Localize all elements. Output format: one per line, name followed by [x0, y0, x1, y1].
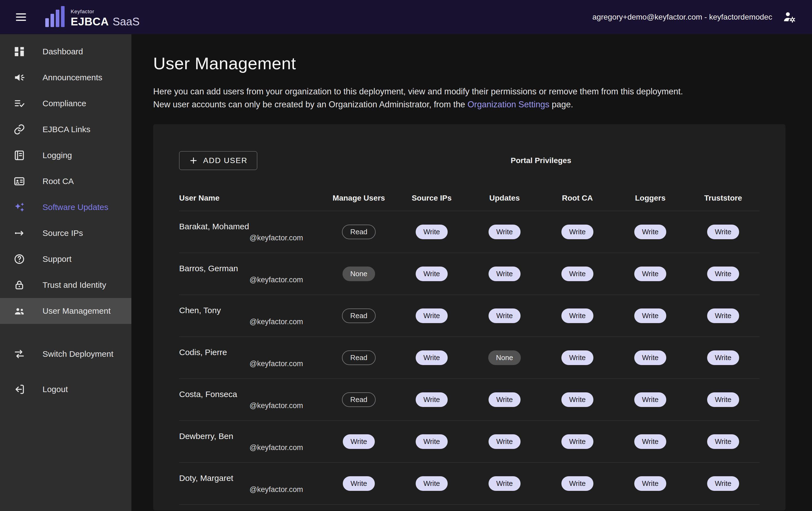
sidebar-item-trust-and-identity[interactable]: Trust and Identity: [0, 272, 132, 298]
privilege-pill[interactable]: Write: [634, 434, 666, 449]
privilege-pill[interactable]: None: [488, 351, 521, 365]
privilege-pill[interactable]: Write: [561, 308, 593, 323]
privilege-pill[interactable]: Read: [342, 308, 376, 323]
privilege-pill[interactable]: Write: [634, 224, 666, 239]
privilege-cell: Write: [468, 224, 541, 239]
user-name: Barros, German: [179, 264, 322, 273]
privilege-pill[interactable]: Write: [416, 267, 448, 281]
privilege-pill[interactable]: Write: [343, 476, 375, 491]
privilege-pill[interactable]: Write: [489, 308, 521, 323]
user-name: Dewberry, Ben: [179, 431, 322, 441]
privilege-pill[interactable]: Write: [634, 476, 666, 491]
privilege-pill[interactable]: Write: [707, 224, 739, 239]
sidebar-item-label: Dashboard: [42, 47, 83, 56]
privilege-pill[interactable]: Write: [489, 392, 521, 407]
privilege-pill[interactable]: Write: [707, 308, 739, 323]
privilege-pill[interactable]: Write: [707, 267, 739, 281]
user-name: Doty, Margaret: [179, 474, 322, 483]
privilege-pill[interactable]: Write: [561, 434, 593, 449]
sidebar-item-label: Logout: [42, 385, 68, 394]
privilege-pill[interactable]: Write: [416, 308, 448, 323]
link-icon: [13, 123, 25, 136]
privilege-pill[interactable]: Write: [634, 351, 666, 365]
add-user-button[interactable]: ADD USER: [179, 151, 257, 170]
privilege-pill[interactable]: Write: [707, 351, 739, 365]
sidebar: DashboardAnnouncementsComplianceEJBCA Li…: [0, 34, 132, 511]
privilege-pill[interactable]: Write: [707, 392, 739, 407]
privilege-pill[interactable]: Write: [343, 434, 375, 449]
sidebar-item-label: User Management: [42, 306, 111, 315]
privilege-cell: Write: [614, 224, 687, 239]
privilege-pill[interactable]: Write: [634, 267, 666, 281]
sidebar-item-compliance[interactable]: Compliance: [0, 90, 132, 116]
topbar: Keyfactor EJBCA SaaS agregory+demo@keyfa…: [0, 0, 812, 34]
sidebar-item-switch-deployment[interactable]: Switch Deployment: [0, 341, 132, 367]
sidebar-item-source-ips[interactable]: Source IPs: [0, 220, 132, 246]
source-ips-icon: [13, 227, 25, 239]
user-table: User NameManage UsersSource IPsUpdatesRo…: [179, 194, 759, 505]
privilege-cell: Write: [687, 392, 759, 407]
page-description: Here you can add users from your organiz…: [153, 85, 812, 111]
user-cell: Barros, German@keyfactor.com: [179, 264, 322, 284]
privilege-pill[interactable]: Write: [561, 267, 593, 281]
privilege-pill[interactable]: Write: [489, 267, 521, 281]
privilege-pill[interactable]: Read: [342, 351, 376, 365]
privilege-pill[interactable]: Write: [561, 392, 593, 407]
privilege-cell: Write: [322, 434, 395, 449]
privilege-cell: Write: [614, 308, 687, 323]
dashboard-icon: [13, 46, 25, 58]
add-user-label: ADD USER: [203, 156, 248, 165]
privilege-pill[interactable]: Read: [342, 392, 376, 407]
sidebar-item-logout[interactable]: Logout: [0, 377, 132, 402]
description-line2: New user accounts can only be created by…: [153, 98, 812, 111]
table-row: Codis, Pierre@keyfactor.comReadWriteNone…: [179, 337, 759, 379]
hamburger-menu-button[interactable]: [12, 8, 30, 26]
privilege-pill[interactable]: Write: [416, 434, 448, 449]
user-email: @keyfactor.com: [250, 485, 322, 494]
privilege-pill[interactable]: Write: [416, 392, 448, 407]
privilege-pill[interactable]: Write: [707, 434, 739, 449]
user-name: Codis, Pierre: [179, 348, 322, 357]
sidebar-item-ejbca-links[interactable]: EJBCA Links: [0, 116, 132, 142]
sidebar-item-root-ca[interactable]: Root CA: [0, 168, 132, 194]
privilege-pill[interactable]: Read: [342, 224, 376, 239]
privilege-cell: Write: [541, 267, 614, 281]
sidebar-item-software-updates[interactable]: Software Updates: [0, 194, 132, 220]
table-row: Dewberry, Ben@keyfactor.comWriteWriteWri…: [179, 421, 759, 463]
user-cell: Chen, Tony@keyfactor.com: [179, 306, 322, 326]
sidebar-item-logging[interactable]: Logging: [0, 142, 132, 168]
privilege-pill[interactable]: Write: [634, 308, 666, 323]
privilege-pill[interactable]: Write: [561, 476, 593, 491]
sidebar-item-support[interactable]: Support: [0, 246, 132, 272]
logging-icon: [13, 149, 25, 161]
privilege-pill[interactable]: Write: [416, 476, 448, 491]
sidebar-item-user-management[interactable]: User Management: [0, 298, 132, 324]
privilege-pill[interactable]: Write: [489, 476, 521, 491]
manage-accounts-button[interactable]: [781, 9, 797, 25]
privilege-cell: Read: [322, 308, 395, 323]
sidebar-item-label: Switch Deployment: [42, 349, 113, 359]
user-name: Barakat, Mohamed: [179, 222, 322, 231]
privilege-pill[interactable]: Write: [707, 476, 739, 491]
privilege-cell: Write: [614, 434, 687, 449]
user-cell: Barakat, Mohamed@keyfactor.com: [179, 222, 322, 242]
privilege-pill[interactable]: None: [343, 267, 375, 281]
sidebar-item-dashboard[interactable]: Dashboard: [0, 39, 132, 65]
privilege-pill[interactable]: Write: [416, 224, 448, 239]
sidebar-item-announcements[interactable]: Announcements: [0, 65, 132, 90]
privilege-pill[interactable]: Write: [489, 224, 521, 239]
compliance-icon: [13, 97, 25, 110]
table-row: Barros, German@keyfactor.comNoneWriteWri…: [179, 253, 759, 295]
main-content: User Management Here you can add users f…: [132, 34, 812, 511]
privilege-cell: Write: [614, 476, 687, 491]
root-ca-icon: [13, 175, 25, 187]
privilege-pill[interactable]: Write: [561, 224, 593, 239]
privilege-pill[interactable]: Write: [561, 351, 593, 365]
organization-settings-link[interactable]: Organization Settings: [468, 100, 549, 109]
privilege-pill[interactable]: Write: [634, 392, 666, 407]
page-title: User Management: [153, 54, 812, 73]
user-email: @keyfactor.com: [250, 443, 322, 452]
privilege-pill[interactable]: Write: [416, 351, 448, 365]
table-row: Costa, Fonseca@keyfactor.comReadWriteWri…: [179, 379, 759, 421]
privilege-pill[interactable]: Write: [489, 434, 521, 449]
